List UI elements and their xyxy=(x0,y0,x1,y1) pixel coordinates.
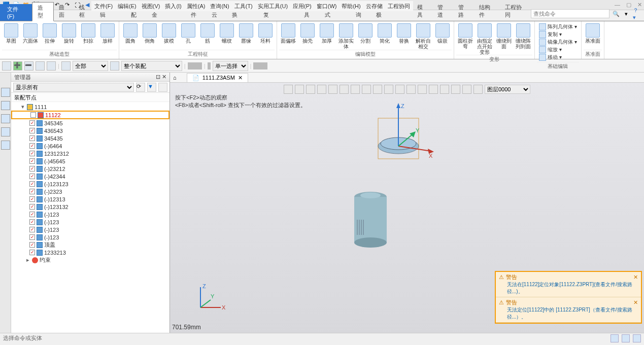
ribbon-button[interactable]: 添加实体 xyxy=(337,22,355,49)
tree-node[interactable]: (-)123123 xyxy=(11,180,170,188)
ribbon-button[interactable]: 抽壳 xyxy=(298,22,317,44)
menu-item[interactable]: 窗口(W) xyxy=(315,2,339,11)
ribbon-button[interactable]: 旋转 xyxy=(60,22,78,44)
funnel-icon[interactable]: ▼ xyxy=(147,83,156,92)
menu-item[interactable]: 编辑(E) xyxy=(116,2,139,11)
close-warn-icon[interactable]: ✕ xyxy=(633,299,638,306)
ribbon-tab[interactable]: 管道 xyxy=(432,2,453,21)
tree-node[interactable]: 436543 xyxy=(11,127,170,134)
ribbon-button[interactable]: 解析自相交 xyxy=(414,22,432,49)
view-tool-icon[interactable] xyxy=(351,85,360,94)
checkbox[interactable] xyxy=(29,143,35,149)
ribbon-button[interactable]: 孔 xyxy=(179,22,197,44)
assembly-icon[interactable] xyxy=(110,61,119,71)
checkbox[interactable] xyxy=(29,250,35,255)
ribbon-small-button[interactable]: 阵列几何体 ▾ xyxy=(539,23,577,30)
tree-node[interactable]: 顶盖 xyxy=(11,241,170,249)
ribbon-button[interactable]: 圆柱折弯 xyxy=(456,22,474,49)
ribbon-button[interactable]: 由指定点开始变形 xyxy=(476,22,494,55)
close-warn-icon[interactable]: ✕ xyxy=(633,274,638,281)
status-icon[interactable] xyxy=(611,334,619,342)
menu-item[interactable]: 视图(V) xyxy=(140,2,162,11)
tree-node[interactable]: 1233213 xyxy=(11,249,170,256)
view-tool-icon[interactable] xyxy=(373,85,382,94)
toolbar-icon[interactable] xyxy=(266,62,267,70)
menu-item[interactable]: 应用(P) xyxy=(291,2,314,11)
view-tool-icon[interactable] xyxy=(328,85,337,94)
history-icon[interactable] xyxy=(1,101,10,110)
tree-node[interactable]: 345435 xyxy=(11,134,170,142)
ribbon-button[interactable]: 唇缘 xyxy=(237,22,255,44)
tree-node[interactable]: (-)23212 xyxy=(11,165,170,172)
view-icon[interactable] xyxy=(1,114,10,123)
minus-icon[interactable]: ➖ xyxy=(24,61,33,71)
warning-item[interactable]: ⚠警告✕ 无法定位[11122]中的 [11122.Z3PRT]（查看文件/搜索… xyxy=(496,297,641,323)
checkbox[interactable] xyxy=(29,135,35,141)
tree-node[interactable]: (-)12313 xyxy=(11,195,170,203)
view-tool-icon[interactable] xyxy=(284,85,293,94)
ribbon-button[interactable]: 螺纹 xyxy=(218,22,236,44)
checkbox[interactable] xyxy=(29,212,35,217)
view-tool-icon[interactable] xyxy=(306,85,315,94)
toolbar-icon[interactable] xyxy=(201,62,202,70)
datum-plane-button[interactable]: 基准面 xyxy=(584,22,602,44)
tree-constraint[interactable]: ▸约束 xyxy=(11,256,170,264)
menu-item[interactable]: 工具(T) xyxy=(232,2,255,11)
ribbon-button[interactable]: 缠绕到面 xyxy=(495,22,513,49)
viewport[interactable]: ⌂ 📄 1111.Z3ASM ✕ 图层0000 按下<F2>动态的观察<F8>或… xyxy=(170,73,644,333)
menu-item[interactable]: 查询(N) xyxy=(208,2,231,11)
ribbon-button[interactable]: 拔模 xyxy=(160,22,178,44)
status-icon[interactable] xyxy=(633,334,641,342)
view-tool-icon[interactable] xyxy=(406,85,416,94)
refresh-icon[interactable]: ⟳ xyxy=(136,83,145,92)
user-icon[interactable] xyxy=(1,141,10,150)
view-tool-icon[interactable] xyxy=(473,85,483,94)
menu-item[interactable]: 实用工具(U) xyxy=(256,2,290,11)
select-mode[interactable]: 单一选择 xyxy=(213,61,248,71)
ribbon-button[interactable]: 简化 xyxy=(376,22,394,44)
ribbon-button[interactable]: 六面体 xyxy=(21,22,40,44)
ribbon-button[interactable]: 拉伸 xyxy=(41,22,59,44)
view-tool-icon[interactable] xyxy=(462,85,471,94)
checkbox[interactable] xyxy=(29,151,35,156)
view-tool-icon[interactable] xyxy=(418,85,427,94)
tree-node[interactable]: (-)2323 xyxy=(11,188,170,195)
tree-node[interactable]: (-)6464 xyxy=(11,142,170,150)
checkbox[interactable] xyxy=(29,128,35,133)
checkbox[interactable] xyxy=(29,219,35,225)
menu-item[interactable]: 工程协同 xyxy=(386,2,412,11)
tree-node[interactable]: 12312312 xyxy=(11,150,170,157)
ribbon-button[interactable]: 坯料 xyxy=(256,22,275,44)
ribbon-button[interactable]: 扫掠 xyxy=(79,22,97,44)
ribbon-tab[interactable]: 模具 xyxy=(412,2,433,21)
ribbon-button[interactable]: 倒角 xyxy=(141,22,159,44)
tree-icon[interactable] xyxy=(1,88,10,97)
menu-item[interactable]: 帮助(H) xyxy=(340,2,362,11)
status-icon[interactable] xyxy=(622,334,630,342)
checkbox[interactable] xyxy=(29,189,35,194)
dropdown-icon[interactable]: ▾ xyxy=(623,11,630,17)
tree-root[interactable]: ▾1111 xyxy=(11,103,170,111)
tree-node[interactable]: 345345 xyxy=(11,119,170,127)
close-tab-icon[interactable]: ✕ xyxy=(238,75,243,81)
checkbox[interactable] xyxy=(29,234,35,240)
checkbox[interactable] xyxy=(29,166,35,171)
menu-item[interactable]: 插入(I) xyxy=(163,2,183,11)
home-icon[interactable]: ⌂ xyxy=(170,75,180,81)
search-icon[interactable]: 🔍 xyxy=(609,11,623,17)
menu-item[interactable]: 云存储 xyxy=(364,2,385,11)
ribbon-small-button[interactable]: 复制 ▾ xyxy=(539,31,577,38)
ribbon-tab[interactable]: 结构件 xyxy=(474,2,500,21)
view-tool-icon[interactable] xyxy=(440,85,449,94)
file-tab[interactable]: 文件(F) xyxy=(0,4,32,21)
view-tool-icon[interactable] xyxy=(362,85,371,94)
view-tool-icon[interactable] xyxy=(384,85,393,94)
ribbon-small-button[interactable]: 镜像几何体 ▾ xyxy=(539,39,577,46)
ribbon-button[interactable]: 圆角 xyxy=(121,22,140,44)
filter-icon[interactable] xyxy=(61,61,71,71)
warning-item[interactable]: ⚠警告✕ 无法在[11122]定位对象[11122.Z3PRT](查看文件/搜索… xyxy=(496,272,641,297)
checkbox[interactable] xyxy=(29,120,35,126)
layers-icon[interactable] xyxy=(1,127,10,136)
toolbar-icon[interactable] xyxy=(210,62,211,70)
ribbon-button[interactable]: 分割 xyxy=(356,22,375,44)
